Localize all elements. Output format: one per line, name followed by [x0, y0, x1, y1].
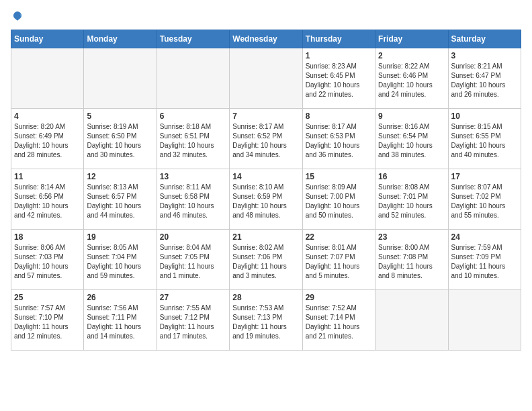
weekday-header-thursday: Thursday — [302, 30, 375, 48]
calendar-week-row: 4Sunrise: 8:20 AM Sunset: 6:49 PM Daylig… — [11, 109, 521, 169]
weekday-header-row: SundayMondayTuesdayWednesdayThursdayFrid… — [11, 30, 521, 48]
calendar-cell: 9Sunrise: 8:16 AM Sunset: 6:54 PM Daylig… — [375, 109, 448, 169]
calendar-cell — [157, 48, 229, 109]
day-info: Sunrise: 7:59 AM Sunset: 7:09 PM Dayligh… — [451, 243, 518, 281]
day-number: 13 — [160, 172, 226, 181]
day-number: 12 — [87, 172, 153, 181]
calendar-cell: 26Sunrise: 7:56 AM Sunset: 7:11 PM Dayli… — [84, 290, 157, 351]
day-number: 11 — [14, 172, 81, 181]
weekday-header-wednesday: Wednesday — [230, 30, 302, 48]
calendar-cell: 12Sunrise: 8:13 AM Sunset: 6:57 PM Dayli… — [84, 169, 157, 230]
calendar-cell: 7Sunrise: 8:17 AM Sunset: 6:52 PM Daylig… — [230, 109, 302, 169]
weekday-header-saturday: Saturday — [448, 30, 521, 48]
day-info: Sunrise: 8:19 AM Sunset: 6:50 PM Dayligh… — [87, 122, 153, 160]
day-number: 1 — [306, 51, 372, 60]
day-info: Sunrise: 8:18 AM Sunset: 6:51 PM Dayligh… — [160, 122, 226, 160]
day-info: Sunrise: 8:08 AM Sunset: 7:01 PM Dayligh… — [378, 183, 445, 220]
logo-icon — [11, 11, 24, 24]
day-info: Sunrise: 8:16 AM Sunset: 6:54 PM Dayligh… — [378, 122, 445, 160]
calendar-week-row: 1Sunrise: 8:23 AM Sunset: 6:45 PM Daylig… — [11, 48, 521, 109]
day-number: 18 — [14, 232, 81, 242]
day-number: 29 — [306, 293, 372, 302]
day-number: 4 — [14, 111, 81, 121]
calendar-cell: 28Sunrise: 7:53 AM Sunset: 7:13 PM Dayli… — [230, 290, 302, 351]
calendar-cell — [11, 48, 84, 109]
day-info: Sunrise: 8:20 AM Sunset: 6:49 PM Dayligh… — [14, 122, 81, 160]
calendar-cell: 24Sunrise: 7:59 AM Sunset: 7:09 PM Dayli… — [448, 230, 521, 290]
day-number: 7 — [232, 111, 299, 121]
day-info: Sunrise: 8:06 AM Sunset: 7:03 PM Dayligh… — [14, 243, 81, 281]
day-info: Sunrise: 8:10 AM Sunset: 6:59 PM Dayligh… — [232, 183, 299, 220]
day-number: 21 — [232, 232, 299, 242]
calendar-cell: 21Sunrise: 8:02 AM Sunset: 7:06 PM Dayli… — [230, 230, 302, 290]
day-number: 5 — [87, 111, 153, 121]
day-number: 25 — [14, 293, 81, 302]
day-number: 14 — [232, 172, 299, 181]
weekday-header-friday: Friday — [375, 30, 448, 48]
calendar-cell: 10Sunrise: 8:15 AM Sunset: 6:55 PM Dayli… — [448, 109, 521, 169]
day-number: 27 — [160, 293, 226, 302]
day-info: Sunrise: 8:17 AM Sunset: 6:53 PM Dayligh… — [306, 122, 372, 160]
calendar-cell: 3Sunrise: 8:21 AM Sunset: 6:47 PM Daylig… — [448, 48, 521, 109]
day-number: 24 — [451, 232, 518, 242]
logo — [11, 11, 27, 24]
calendar-cell: 14Sunrise: 8:10 AM Sunset: 6:59 PM Dayli… — [230, 169, 302, 230]
calendar-cell — [375, 290, 448, 351]
day-info: Sunrise: 8:05 AM Sunset: 7:04 PM Dayligh… — [87, 243, 153, 281]
calendar-cell: 23Sunrise: 8:00 AM Sunset: 7:08 PM Dayli… — [375, 230, 448, 290]
day-info: Sunrise: 8:21 AM Sunset: 6:47 PM Dayligh… — [451, 62, 518, 99]
calendar-cell: 16Sunrise: 8:08 AM Sunset: 7:01 PM Dayli… — [375, 169, 448, 230]
calendar-table: SundayMondayTuesdayWednesdayThursdayFrid… — [11, 30, 521, 351]
day-number: 3 — [451, 51, 518, 60]
day-info: Sunrise: 8:17 AM Sunset: 6:52 PM Dayligh… — [232, 122, 299, 160]
calendar-cell: 13Sunrise: 8:11 AM Sunset: 6:58 PM Dayli… — [157, 169, 229, 230]
calendar-week-row: 18Sunrise: 8:06 AM Sunset: 7:03 PM Dayli… — [11, 230, 521, 290]
day-info: Sunrise: 8:23 AM Sunset: 6:45 PM Dayligh… — [306, 62, 372, 99]
calendar-week-row: 25Sunrise: 7:57 AM Sunset: 7:10 PM Dayli… — [11, 290, 521, 351]
day-info: Sunrise: 8:04 AM Sunset: 7:05 PM Dayligh… — [160, 243, 226, 281]
calendar-cell: 15Sunrise: 8:09 AM Sunset: 7:00 PM Dayli… — [302, 169, 375, 230]
calendar-cell: 18Sunrise: 8:06 AM Sunset: 7:03 PM Dayli… — [11, 230, 84, 290]
calendar-cell: 6Sunrise: 8:18 AM Sunset: 6:51 PM Daylig… — [157, 109, 229, 169]
calendar-cell: 1Sunrise: 8:23 AM Sunset: 6:45 PM Daylig… — [302, 48, 375, 109]
header — [11, 11, 521, 24]
calendar-cell: 22Sunrise: 8:01 AM Sunset: 7:07 PM Dayli… — [302, 230, 375, 290]
calendar-cell — [448, 290, 521, 351]
day-number: 19 — [87, 232, 153, 242]
calendar-cell: 2Sunrise: 8:22 AM Sunset: 6:46 PM Daylig… — [375, 48, 448, 109]
calendar-cell: 25Sunrise: 7:57 AM Sunset: 7:10 PM Dayli… — [11, 290, 84, 351]
weekday-header-monday: Monday — [84, 30, 157, 48]
day-number: 17 — [451, 172, 518, 181]
day-number: 28 — [232, 293, 299, 302]
day-number: 23 — [378, 232, 445, 242]
calendar-cell: 19Sunrise: 8:05 AM Sunset: 7:04 PM Dayli… — [84, 230, 157, 290]
day-number: 20 — [160, 232, 226, 242]
day-number: 16 — [378, 172, 445, 181]
calendar-week-row: 11Sunrise: 8:14 AM Sunset: 6:56 PM Dayli… — [11, 169, 521, 230]
day-number: 8 — [306, 111, 372, 121]
calendar-cell: 4Sunrise: 8:20 AM Sunset: 6:49 PM Daylig… — [11, 109, 84, 169]
calendar-cell: 20Sunrise: 8:04 AM Sunset: 7:05 PM Dayli… — [157, 230, 229, 290]
calendar-cell: 29Sunrise: 7:52 AM Sunset: 7:14 PM Dayli… — [302, 290, 375, 351]
day-info: Sunrise: 8:13 AM Sunset: 6:57 PM Dayligh… — [87, 183, 153, 220]
day-info: Sunrise: 8:00 AM Sunset: 7:08 PM Dayligh… — [378, 243, 445, 281]
day-number: 9 — [378, 111, 445, 121]
day-info: Sunrise: 8:11 AM Sunset: 6:58 PM Dayligh… — [160, 183, 226, 220]
day-info: Sunrise: 8:22 AM Sunset: 6:46 PM Dayligh… — [378, 62, 445, 99]
day-number: 6 — [160, 111, 226, 121]
day-info: Sunrise: 7:56 AM Sunset: 7:11 PM Dayligh… — [87, 304, 153, 341]
weekday-header-tuesday: Tuesday — [157, 30, 229, 48]
calendar-cell: 8Sunrise: 8:17 AM Sunset: 6:53 PM Daylig… — [302, 109, 375, 169]
day-number: 26 — [87, 293, 153, 302]
calendar-cell — [84, 48, 157, 109]
day-number: 2 — [378, 51, 445, 60]
day-info: Sunrise: 8:15 AM Sunset: 6:55 PM Dayligh… — [451, 122, 518, 160]
day-number: 15 — [306, 172, 372, 181]
calendar-cell: 5Sunrise: 8:19 AM Sunset: 6:50 PM Daylig… — [84, 109, 157, 169]
calendar-cell: 17Sunrise: 8:07 AM Sunset: 7:02 PM Dayli… — [448, 169, 521, 230]
day-info: Sunrise: 8:02 AM Sunset: 7:06 PM Dayligh… — [232, 243, 299, 281]
weekday-header-sunday: Sunday — [11, 30, 84, 48]
calendar-cell: 27Sunrise: 7:55 AM Sunset: 7:12 PM Dayli… — [157, 290, 229, 351]
day-info: Sunrise: 8:14 AM Sunset: 6:56 PM Dayligh… — [14, 183, 81, 220]
day-number: 22 — [306, 232, 372, 242]
